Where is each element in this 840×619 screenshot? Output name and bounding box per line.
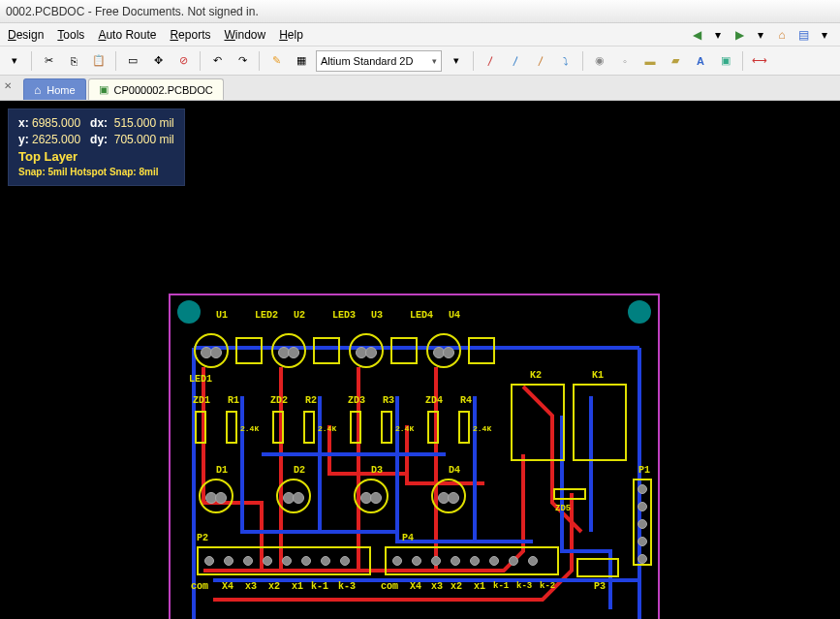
string-icon[interactable]: A <box>690 50 711 72</box>
component-d[interactable] <box>199 479 233 513</box>
silk-label: k-2 <box>540 581 555 591</box>
menu-reports[interactable]: Reports <box>170 28 210 42</box>
component-zd[interactable] <box>195 411 206 444</box>
move-icon[interactable]: ✥ <box>147 50 169 72</box>
silk-label: P4 <box>402 533 414 543</box>
favorites-icon[interactable]: ▤ <box>795 27 811 43</box>
browse-icon[interactable]: ▦ <box>291 50 312 72</box>
silk-label: U3 <box>371 310 383 321</box>
silk-label: LED4 <box>410 310 433 321</box>
pad-row <box>392 556 538 566</box>
close-panel-icon[interactable]: ✕ <box>4 80 17 94</box>
silk-label: D2 <box>294 465 305 476</box>
component-led[interactable] <box>235 337 263 364</box>
menu-bar: Design Tools Auto Route Reports Window H… <box>0 23 840 46</box>
dimension-icon[interactable]: ⟷ <box>749 50 770 72</box>
silk-label: U2 <box>294 310 305 321</box>
silk-label: R1 <box>228 395 239 406</box>
polygon-icon[interactable]: ▰ <box>665 50 686 72</box>
copy-icon[interactable]: ⎘ <box>63 50 84 72</box>
component-relay-k2[interactable] <box>511 384 565 461</box>
via-icon[interactable]: ◦ <box>614 50 636 72</box>
component-zd[interactable] <box>350 411 361 444</box>
pad-icon[interactable]: ◉ <box>589 50 610 72</box>
silk-label: k-3 <box>516 581 532 591</box>
silk-label: 2.4K <box>240 424 259 433</box>
route-diff-icon[interactable]: 〳 <box>505 50 526 72</box>
silk-label: K1 <box>592 370 604 381</box>
silk-label: K2 <box>530 370 542 381</box>
silk-label: P1 <box>638 465 650 476</box>
component-r[interactable] <box>226 411 237 444</box>
route-retrace-icon[interactable]: ⤵ <box>555 50 576 72</box>
route-icon[interactable]: 〳 <box>480 50 501 72</box>
component-zd[interactable] <box>272 411 284 444</box>
component-cap[interactable] <box>349 333 384 368</box>
component-r[interactable] <box>381 411 392 444</box>
title-bar: 0002.PCBDOC - Free Documents. Not signed… <box>0 0 840 23</box>
mounting-hole <box>177 300 201 324</box>
component-cap[interactable] <box>271 333 306 368</box>
coord-x-row: x: 6985.000 dx: 515.000 mil <box>18 115 174 132</box>
silk-label: LED2 <box>255 310 278 321</box>
silk-label: ZD5 <box>555 504 571 513</box>
nav-fwd-icon[interactable]: ▶ <box>731 27 747 43</box>
tab-home[interactable]: ⌂ Home <box>23 78 86 100</box>
component-relay-k1[interactable] <box>573 384 627 461</box>
tab-home-label: Home <box>47 84 75 96</box>
highlight-icon[interactable]: ✎ <box>265 50 287 72</box>
view-drop-icon[interactable]: ▾ <box>446 50 467 72</box>
menu-help[interactable]: Help <box>279 28 303 42</box>
redo-icon[interactable]: ↷ <box>232 50 253 72</box>
component-d[interactable] <box>354 479 389 513</box>
menu-autoroute[interactable]: Auto Route <box>98 28 156 42</box>
paste-icon[interactable]: 📋 <box>88 50 109 72</box>
toolbar: ▾ ✂ ⎘ 📋 ▭ ✥ ⊘ ↶ ↷ ✎ ▦ Altium Standard 2D… <box>0 46 840 76</box>
silk-label: 2.4K <box>473 424 491 433</box>
cut-icon[interactable]: ✂ <box>38 50 59 72</box>
component-r[interactable] <box>303 411 315 444</box>
silk-label: k-3 <box>338 581 356 592</box>
silk-label: P3 <box>594 581 606 592</box>
view-config-combo[interactable]: Altium Standard 2D <box>316 50 442 72</box>
select-rect-icon[interactable]: ▭ <box>122 50 143 72</box>
silk-label: k-1 <box>311 581 328 592</box>
silk-label: ZD2 <box>270 395 288 406</box>
home-tab-icon: ⌂ <box>34 83 41 97</box>
component-zd5[interactable] <box>553 488 586 500</box>
open-drop-icon[interactable]: ▾ <box>4 50 25 72</box>
pcb-doc-icon: ▣ <box>99 83 109 96</box>
menu-design[interactable]: Design <box>8 28 44 42</box>
silk-label: x2 <box>451 581 462 592</box>
component-cap[interactable] <box>426 333 461 368</box>
deselect-icon[interactable]: ⊘ <box>172 50 194 72</box>
fill-icon[interactable]: ▬ <box>639 50 661 72</box>
connector-p3[interactable] <box>576 558 619 577</box>
silk-label: R2 <box>305 395 317 406</box>
silk-label: LED1 <box>189 374 212 385</box>
silk-label: com <box>381 581 398 592</box>
nav-back-drop-icon[interactable]: ▾ <box>710 27 726 43</box>
component-icon[interactable]: ▣ <box>715 50 736 72</box>
window-title: 0002.PCBDOC - Free Documents. Not signed… <box>6 5 259 18</box>
mounting-hole <box>628 300 651 324</box>
pcb-board[interactable]: U1 LED2 U2 LED3 U3 LED4 U4 LED1 ZD1 R1 Z… <box>170 294 659 619</box>
menu-window[interactable]: Window <box>224 28 265 42</box>
component-d[interactable] <box>276 479 311 513</box>
pcb-workspace[interactable]: x: 6985.000 dx: 515.000 mil y: 2625.000 … <box>0 101 840 619</box>
undo-icon[interactable]: ↶ <box>206 50 228 72</box>
component-zd[interactable] <box>427 411 439 444</box>
nav-back-icon[interactable]: ◀ <box>689 27 704 43</box>
component-led[interactable] <box>390 337 418 364</box>
component-r[interactable] <box>458 411 470 444</box>
component-d[interactable] <box>431 479 466 513</box>
nav-fwd-drop-icon[interactable]: ▾ <box>753 27 768 43</box>
component-cap[interactable] <box>194 333 229 368</box>
menu-tools[interactable]: Tools <box>57 28 84 42</box>
component-led[interactable] <box>313 337 340 364</box>
home-icon[interactable]: ⌂ <box>774 27 790 43</box>
component-led[interactable] <box>468 337 495 364</box>
route-multi-icon[interactable]: 〳 <box>530 50 551 72</box>
tab-document[interactable]: ▣ CP000002.PCBDOC <box>88 78 224 100</box>
favorites-drop-icon[interactable]: ▾ <box>817 27 832 43</box>
